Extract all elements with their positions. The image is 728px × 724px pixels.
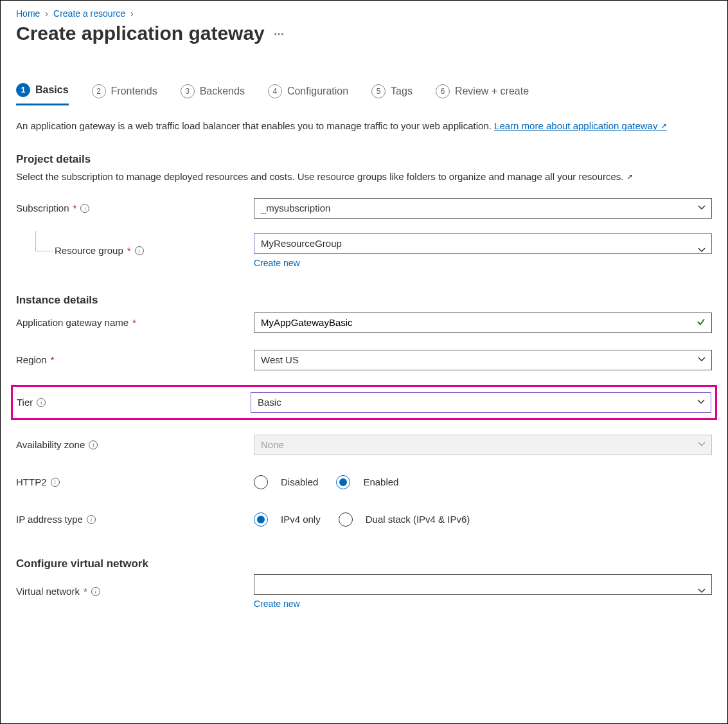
label-text: Availability zone — [16, 439, 85, 450]
check-icon — [697, 317, 706, 328]
info-icon[interactable]: i — [89, 440, 98, 449]
tab-configuration[interactable]: 4 Configuration — [268, 83, 348, 105]
dual-stack-radio[interactable] — [339, 512, 353, 527]
tier-select[interactable]: Basic — [251, 392, 711, 413]
availability-zone-label: Availability zone i — [16, 439, 254, 450]
http2-radio-group: Disabled Enabled — [254, 475, 712, 489]
subscription-label: Subscription * i — [16, 203, 254, 213]
chevron-down-icon — [698, 203, 706, 213]
intro-text: An application gateway is a web traffic … — [16, 119, 712, 134]
select-value: MyResourceGroup — [261, 238, 342, 249]
select-value: West US — [261, 354, 299, 365]
step-number: 1 — [16, 83, 30, 97]
tab-label: Frontends — [111, 86, 157, 97]
select-value: None — [261, 439, 284, 450]
breadcrumb: Home › Create a resource › — [16, 8, 712, 19]
ip-type-label: IP address type i — [16, 514, 254, 525]
tab-label: Tags — [391, 86, 413, 97]
info-icon[interactable]: i — [51, 478, 60, 487]
tab-basics[interactable]: 1 Basics — [16, 83, 69, 105]
page-title-text: Create application gateway — [16, 23, 265, 44]
chevron-right-icon: › — [45, 8, 48, 19]
subscription-select[interactable]: _mysubscription — [254, 198, 712, 219]
resource-group-label: Resource group * i — [16, 245, 254, 256]
breadcrumb-create-resource[interactable]: Create a resource — [53, 8, 125, 19]
section-instance-details: Instance details — [16, 294, 712, 307]
required-icon: * — [132, 317, 136, 328]
tab-label: Review + create — [455, 86, 529, 97]
radio-label: Enabled — [363, 476, 398, 487]
select-value: _mysubscription — [261, 203, 330, 213]
step-number: 2 — [92, 84, 106, 98]
step-number: 5 — [371, 84, 386, 98]
tab-frontends[interactable]: 2 Frontends — [92, 83, 157, 105]
info-icon[interactable]: i — [87, 515, 96, 524]
tier-highlight: Tier i Basic — [11, 385, 717, 420]
label-text: Subscription — [16, 203, 69, 213]
section-vnet: Configure virtual network — [16, 557, 712, 570]
http2-label: HTTP2 i — [16, 476, 254, 487]
ip-type-radio-group: IPv4 only Dual stack (IPv4 & IPv6) — [254, 512, 712, 527]
tier-label: Tier i — [17, 397, 251, 408]
external-link-icon: ↗ — [626, 172, 633, 181]
radio-label: Dual stack (IPv4 & IPv6) — [366, 514, 470, 525]
region-select[interactable]: West US — [254, 350, 712, 370]
intro-body: An application gateway is a web traffic … — [16, 120, 494, 131]
http2-enabled-radio[interactable] — [336, 475, 350, 489]
chevron-down-icon — [698, 246, 706, 256]
required-icon: * — [84, 586, 87, 597]
chevron-down-icon — [697, 397, 705, 408]
label-text: Application gateway name — [16, 317, 129, 328]
tab-tags[interactable]: 5 Tags — [371, 83, 413, 105]
step-number: 6 — [436, 84, 450, 98]
chevron-down-icon — [698, 355, 706, 365]
external-link-icon: ↗ — [661, 122, 667, 131]
project-details-desc: Select the subscription to manage deploy… — [16, 170, 712, 183]
learn-more-link[interactable]: Learn more about application gateway ↗ — [494, 120, 667, 131]
availability-zone-select: None — [254, 435, 712, 455]
chevron-right-icon: › — [130, 8, 134, 19]
create-new-resource-group-link[interactable]: Create new — [254, 258, 300, 268]
label-text: Resource group — [55, 245, 123, 256]
info-icon[interactable]: i — [91, 587, 100, 596]
info-icon[interactable]: i — [80, 204, 89, 213]
resource-group-select[interactable]: MyResourceGroup — [254, 233, 712, 254]
step-number: 3 — [181, 84, 195, 98]
info-icon[interactable]: i — [135, 246, 144, 255]
chevron-down-icon — [698, 440, 706, 450]
http2-disabled-radio[interactable] — [254, 475, 268, 489]
required-icon: * — [73, 203, 77, 213]
tab-label: Backends — [200, 86, 245, 97]
gateway-name-label: Application gateway name * — [16, 317, 254, 328]
project-details-desc-text: Select the subscription to manage deploy… — [16, 171, 624, 182]
label-text: HTTP2 — [16, 476, 47, 487]
page-title: Create application gateway ⋯ — [16, 23, 712, 44]
tab-label: Configuration — [287, 86, 348, 97]
select-value: Basic — [258, 397, 281, 408]
radio-label: IPv4 only — [281, 514, 321, 525]
info-icon[interactable]: i — [37, 398, 46, 407]
label-text: Region — [16, 354, 47, 365]
chevron-down-icon — [698, 586, 706, 597]
required-icon: * — [127, 245, 131, 256]
create-new-vnet-link[interactable]: Create new — [254, 599, 300, 609]
tree-line-icon — [35, 231, 53, 251]
ipv4-only-radio[interactable] — [254, 512, 268, 527]
step-number: 4 — [268, 84, 282, 98]
label-text: Virtual network — [16, 586, 80, 597]
label-text: Tier — [17, 397, 33, 408]
gateway-name-input[interactable] — [254, 312, 712, 333]
tab-review-create[interactable]: 6 Review + create — [436, 83, 529, 105]
tab-backends[interactable]: 3 Backends — [181, 83, 245, 105]
more-icon[interactable]: ⋯ — [274, 28, 285, 40]
label-text: IP address type — [16, 514, 83, 525]
radio-label: Disabled — [281, 476, 318, 487]
breadcrumb-home[interactable]: Home — [16, 8, 40, 19]
section-project-details: Project details — [16, 153, 712, 166]
vnet-label: Virtual network * i — [16, 586, 254, 597]
required-icon: * — [51, 354, 55, 365]
vnet-select[interactable] — [254, 574, 712, 595]
learn-more-label: Learn more about application gateway — [494, 120, 657, 131]
tab-label: Basics — [35, 84, 69, 96]
wizard-tabs: 1 Basics 2 Frontends 3 Backends 4 Config… — [16, 83, 712, 106]
